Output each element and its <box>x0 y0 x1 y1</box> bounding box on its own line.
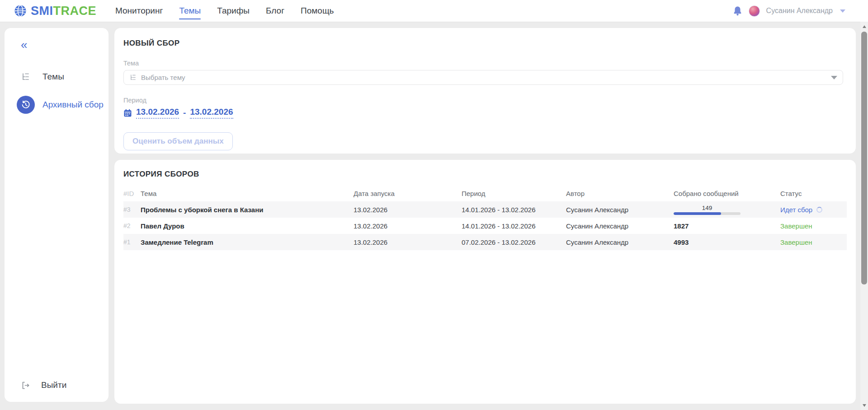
column-header-id: #ID <box>123 190 141 197</box>
period-picker: 13.02.2026 - 13.02.2026 <box>123 107 847 119</box>
nav-item-blog[interactable]: Блог <box>266 0 284 22</box>
progress-bar-track <box>674 212 741 215</box>
messages-count: 4993 <box>674 238 780 246</box>
nav-item-help[interactable]: Помощь <box>301 0 334 22</box>
row-topic: Замедление Telegram <box>141 238 354 246</box>
logout-button[interactable]: Выйти <box>5 380 108 390</box>
estimate-volume-button[interactable]: Оценить объем данных <box>123 132 233 150</box>
chevron-down-icon[interactable] <box>840 9 845 13</box>
messages-count: 1827 <box>674 222 780 230</box>
sidebar-items: Темы Архивный сбор <box>5 66 108 116</box>
tree-icon <box>129 74 137 81</box>
spinner-icon <box>816 207 822 213</box>
topic-select[interactable]: Выбрать тему <box>123 70 843 85</box>
row-launch-date: 13.02.2026 <box>354 206 462 214</box>
topic-select-placeholder: Выбрать тему <box>141 74 185 81</box>
bell-icon[interactable] <box>733 6 742 16</box>
sidebar-item-topics[interactable]: Темы <box>5 66 108 88</box>
column-header-period: Период <box>462 190 566 197</box>
nav-item-tariffs[interactable]: Тарифы <box>217 0 250 22</box>
date-separator: - <box>183 108 186 118</box>
smitrace-app: SMITRACE Мониторинг Темы Тарифы Блог Пом… <box>0 0 868 410</box>
brand-name-trace: TRACE <box>53 4 97 18</box>
row-launch-date: 13.02.2026 <box>354 238 462 246</box>
brand-logo[interactable]: SMITRACE <box>14 4 96 18</box>
calendar-icon[interactable] <box>123 109 132 117</box>
column-header-author: Автор <box>566 190 674 197</box>
table-header-row: #ID Тема Дата запуска Период Автор Собра… <box>123 187 847 200</box>
column-header-status: Статус <box>780 190 847 197</box>
row-period: 14.01.2026 - 13.02.2026 <box>462 222 566 230</box>
sidebar-item-label: Архивный сбор <box>42 100 104 110</box>
history-icon <box>17 96 35 114</box>
sidebar-item-label: Темы <box>42 72 64 82</box>
brand-name: SMITRACE <box>31 5 96 17</box>
period-label: Период <box>123 97 847 104</box>
status-badge: Завершен <box>780 222 847 230</box>
scrollbar-thumb[interactable] <box>861 32 867 284</box>
row-author: Сусанин Александр <box>566 222 674 230</box>
vertical-scrollbar[interactable] <box>860 22 868 410</box>
messages-count: 149 <box>702 205 712 211</box>
status-badge: Завершен <box>780 238 847 246</box>
row-topic: Павел Дуров <box>141 222 354 230</box>
topic-label: Тема <box>123 60 847 67</box>
top-navbar: SMITRACE Мониторинг Темы Тарифы Блог Пом… <box>0 0 868 22</box>
logout-icon <box>21 381 30 390</box>
column-header-topic: Тема <box>141 190 354 197</box>
scroll-down-button[interactable] <box>860 401 868 409</box>
brand-name-smi: SMI <box>31 4 53 18</box>
main-nav: Мониторинг Темы Тарифы Блог Помощь <box>115 0 334 22</box>
date-from-field[interactable]: 13.02.2026 <box>136 107 179 119</box>
row-period: 14.01.2026 - 13.02.2026 <box>462 206 566 214</box>
history-card: ИСТОРИЯ СБОРОВ #ID Тема Дата запуска Пер… <box>114 160 856 404</box>
table-row[interactable]: #2 Павел Дуров 13.02.2026 14.01.2026 - 1… <box>123 218 847 234</box>
row-id: #3 <box>123 206 141 213</box>
date-to-field[interactable]: 13.02.2026 <box>190 107 233 119</box>
triangle-down-icon <box>863 404 866 407</box>
triangle-up-icon <box>863 25 866 28</box>
history-table: #ID Тема Дата запуска Период Автор Собра… <box>123 187 847 250</box>
row-id: #1 <box>123 238 141 246</box>
user-avatar[interactable] <box>749 5 760 17</box>
status-badge: Идет сбор <box>780 206 847 214</box>
column-header-messages: Собрано сообщений <box>674 190 780 197</box>
tree-icon <box>16 72 35 82</box>
history-title: ИСТОРИЯ СБОРОВ <box>123 170 847 179</box>
nav-item-monitoring[interactable]: Мониторинг <box>115 0 163 22</box>
table-row[interactable]: #3 Проблемы с уборкой снега в Казани 13.… <box>123 201 847 218</box>
row-topic: Проблемы с уборкой снега в Казани <box>141 206 354 214</box>
scroll-up-button[interactable] <box>860 23 868 30</box>
logout-label: Выйти <box>41 380 66 390</box>
new-collection-card: НОВЫЙ СБОР Тема Выбрать тему Период <box>114 28 856 154</box>
new-collection-title: НОВЫЙ СБОР <box>123 39 847 48</box>
sidebar: « Темы <box>5 28 108 402</box>
table-row[interactable]: #1 Замедление Telegram 13.02.2026 07.02.… <box>123 234 847 250</box>
row-period: 07.02.2026 - 13.02.2026 <box>462 238 566 246</box>
progress-bar-fill <box>674 212 721 215</box>
sidebar-collapse-button[interactable]: « <box>5 39 108 51</box>
chevron-down-icon <box>831 76 837 79</box>
sidebar-item-archive-collection[interactable]: Архивный сбор <box>5 94 108 116</box>
column-header-launch-date: Дата запуска <box>354 190 462 197</box>
row-author: Сусанин Александр <box>566 206 674 214</box>
row-launch-date: 13.02.2026 <box>354 222 462 230</box>
row-author: Сусанин Александр <box>566 238 674 246</box>
user-name[interactable]: Сусанин Александр <box>766 7 833 15</box>
globe-icon <box>14 4 27 18</box>
status-label: Идет сбор <box>780 206 812 214</box>
nav-item-topics[interactable]: Темы <box>179 0 201 22</box>
messages-progress: 149 <box>674 205 741 215</box>
navbar-right: Сусанин Александр <box>733 5 845 17</box>
row-id: #2 <box>123 222 141 229</box>
